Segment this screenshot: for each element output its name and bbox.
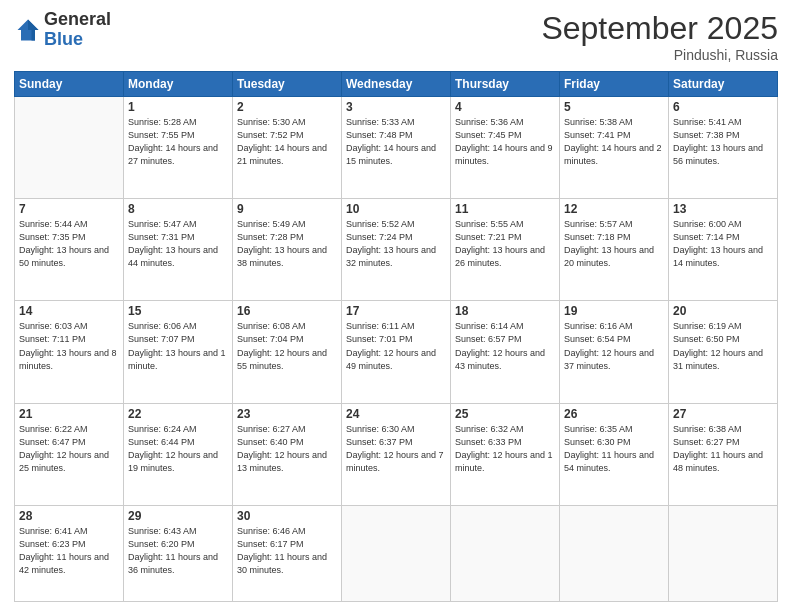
table-row: 19Sunrise: 6:16 AM Sunset: 6:54 PM Dayli… [560,301,669,403]
table-row: 2Sunrise: 5:30 AM Sunset: 7:52 PM Daylig… [233,97,342,199]
logo-text: General Blue [44,10,111,50]
calendar-week-row: 14Sunrise: 6:03 AM Sunset: 7:11 PM Dayli… [15,301,778,403]
table-row: 23Sunrise: 6:27 AM Sunset: 6:40 PM Dayli… [233,403,342,505]
table-row: 5Sunrise: 5:38 AM Sunset: 7:41 PM Daylig… [560,97,669,199]
table-row: 15Sunrise: 6:06 AM Sunset: 7:07 PM Dayli… [124,301,233,403]
table-row: 27Sunrise: 6:38 AM Sunset: 6:27 PM Dayli… [669,403,778,505]
day-number: 21 [19,407,119,421]
day-info: Sunrise: 6:19 AM Sunset: 6:50 PM Dayligh… [673,320,773,372]
day-number: 17 [346,304,446,318]
day-number: 15 [128,304,228,318]
table-row: 4Sunrise: 5:36 AM Sunset: 7:45 PM Daylig… [451,97,560,199]
day-info: Sunrise: 6:22 AM Sunset: 6:47 PM Dayligh… [19,423,119,475]
day-number: 26 [564,407,664,421]
day-number: 3 [346,100,446,114]
title-block: September 2025 Pindushi, Russia [541,10,778,63]
header-sunday: Sunday [15,72,124,97]
day-info: Sunrise: 6:43 AM Sunset: 6:20 PM Dayligh… [128,525,228,577]
day-number: 30 [237,509,337,523]
calendar-week-row: 21Sunrise: 6:22 AM Sunset: 6:47 PM Dayli… [15,403,778,505]
day-number: 25 [455,407,555,421]
table-row [669,505,778,601]
day-number: 23 [237,407,337,421]
weekday-header-row: Sunday Monday Tuesday Wednesday Thursday… [15,72,778,97]
logo-general: General [44,10,111,30]
day-number: 8 [128,202,228,216]
table-row: 9Sunrise: 5:49 AM Sunset: 7:28 PM Daylig… [233,199,342,301]
logo: General Blue [14,10,111,50]
location: Pindushi, Russia [541,47,778,63]
day-number: 12 [564,202,664,216]
day-info: Sunrise: 5:30 AM Sunset: 7:52 PM Dayligh… [237,116,337,168]
day-info: Sunrise: 6:14 AM Sunset: 6:57 PM Dayligh… [455,320,555,372]
day-number: 22 [128,407,228,421]
header-thursday: Thursday [451,72,560,97]
table-row: 7Sunrise: 5:44 AM Sunset: 7:35 PM Daylig… [15,199,124,301]
logo-icon [14,16,42,44]
table-row: 13Sunrise: 6:00 AM Sunset: 7:14 PM Dayli… [669,199,778,301]
day-info: Sunrise: 6:00 AM Sunset: 7:14 PM Dayligh… [673,218,773,270]
day-info: Sunrise: 5:33 AM Sunset: 7:48 PM Dayligh… [346,116,446,168]
table-row: 3Sunrise: 5:33 AM Sunset: 7:48 PM Daylig… [342,97,451,199]
header-tuesday: Tuesday [233,72,342,97]
month-title: September 2025 [541,10,778,47]
table-row: 12Sunrise: 5:57 AM Sunset: 7:18 PM Dayli… [560,199,669,301]
table-row: 21Sunrise: 6:22 AM Sunset: 6:47 PM Dayli… [15,403,124,505]
day-number: 2 [237,100,337,114]
table-row: 28Sunrise: 6:41 AM Sunset: 6:23 PM Dayli… [15,505,124,601]
table-row: 17Sunrise: 6:11 AM Sunset: 7:01 PM Dayli… [342,301,451,403]
day-number: 27 [673,407,773,421]
day-number: 18 [455,304,555,318]
table-row: 1Sunrise: 5:28 AM Sunset: 7:55 PM Daylig… [124,97,233,199]
calendar-week-row: 7Sunrise: 5:44 AM Sunset: 7:35 PM Daylig… [15,199,778,301]
day-info: Sunrise: 5:55 AM Sunset: 7:21 PM Dayligh… [455,218,555,270]
day-number: 20 [673,304,773,318]
day-number: 29 [128,509,228,523]
table-row: 16Sunrise: 6:08 AM Sunset: 7:04 PM Dayli… [233,301,342,403]
day-number: 4 [455,100,555,114]
day-info: Sunrise: 6:38 AM Sunset: 6:27 PM Dayligh… [673,423,773,475]
day-number: 11 [455,202,555,216]
header-wednesday: Wednesday [342,72,451,97]
day-number: 7 [19,202,119,216]
table-row: 25Sunrise: 6:32 AM Sunset: 6:33 PM Dayli… [451,403,560,505]
table-row [15,97,124,199]
table-row: 11Sunrise: 5:55 AM Sunset: 7:21 PM Dayli… [451,199,560,301]
day-number: 9 [237,202,337,216]
table-row: 26Sunrise: 6:35 AM Sunset: 6:30 PM Dayli… [560,403,669,505]
day-info: Sunrise: 5:28 AM Sunset: 7:55 PM Dayligh… [128,116,228,168]
day-number: 6 [673,100,773,114]
day-number: 1 [128,100,228,114]
calendar-table: Sunday Monday Tuesday Wednesday Thursday… [14,71,778,602]
table-row: 24Sunrise: 6:30 AM Sunset: 6:37 PM Dayli… [342,403,451,505]
table-row: 6Sunrise: 5:41 AM Sunset: 7:38 PM Daylig… [669,97,778,199]
day-info: Sunrise: 5:36 AM Sunset: 7:45 PM Dayligh… [455,116,555,168]
day-info: Sunrise: 6:11 AM Sunset: 7:01 PM Dayligh… [346,320,446,372]
day-info: Sunrise: 6:08 AM Sunset: 7:04 PM Dayligh… [237,320,337,372]
day-number: 13 [673,202,773,216]
day-number: 10 [346,202,446,216]
day-info: Sunrise: 6:41 AM Sunset: 6:23 PM Dayligh… [19,525,119,577]
header: General Blue September 2025 Pindushi, Ru… [14,10,778,63]
day-info: Sunrise: 5:49 AM Sunset: 7:28 PM Dayligh… [237,218,337,270]
header-saturday: Saturday [669,72,778,97]
day-info: Sunrise: 6:32 AM Sunset: 6:33 PM Dayligh… [455,423,555,475]
calendar-week-row: 1Sunrise: 5:28 AM Sunset: 7:55 PM Daylig… [15,97,778,199]
day-info: Sunrise: 6:35 AM Sunset: 6:30 PM Dayligh… [564,423,664,475]
day-info: Sunrise: 6:27 AM Sunset: 6:40 PM Dayligh… [237,423,337,475]
page: General Blue September 2025 Pindushi, Ru… [0,0,792,612]
day-number: 19 [564,304,664,318]
day-info: Sunrise: 6:16 AM Sunset: 6:54 PM Dayligh… [564,320,664,372]
header-friday: Friday [560,72,669,97]
day-number: 14 [19,304,119,318]
day-info: Sunrise: 5:38 AM Sunset: 7:41 PM Dayligh… [564,116,664,168]
table-row: 30Sunrise: 6:46 AM Sunset: 6:17 PM Dayli… [233,505,342,601]
day-info: Sunrise: 6:46 AM Sunset: 6:17 PM Dayligh… [237,525,337,577]
table-row: 8Sunrise: 5:47 AM Sunset: 7:31 PM Daylig… [124,199,233,301]
day-number: 5 [564,100,664,114]
table-row: 20Sunrise: 6:19 AM Sunset: 6:50 PM Dayli… [669,301,778,403]
table-row [560,505,669,601]
day-info: Sunrise: 5:47 AM Sunset: 7:31 PM Dayligh… [128,218,228,270]
day-info: Sunrise: 5:57 AM Sunset: 7:18 PM Dayligh… [564,218,664,270]
day-info: Sunrise: 6:24 AM Sunset: 6:44 PM Dayligh… [128,423,228,475]
